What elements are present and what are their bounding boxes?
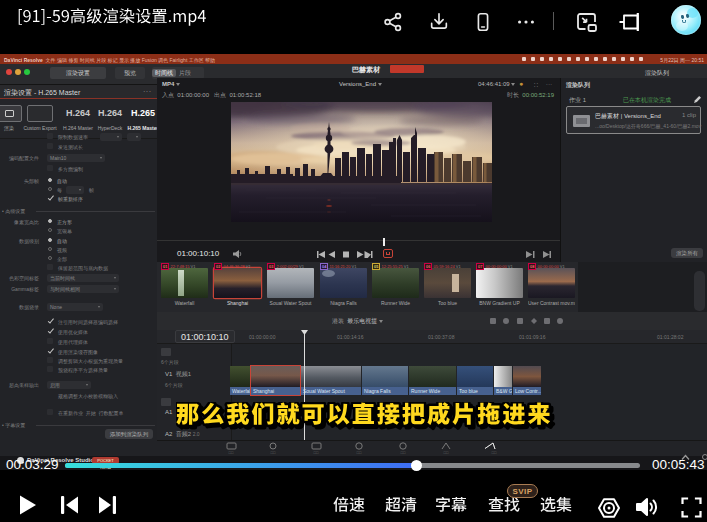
svg-text:□□: □□ — [271, 450, 276, 455]
svg-text:□□: □□ — [401, 450, 406, 455]
svg-text:□□: □□ — [492, 450, 497, 455]
svg-text:□□: □□ — [314, 450, 319, 455]
svg-text:□□: □□ — [444, 450, 449, 455]
svg-text:□□: □□ — [357, 450, 362, 455]
svg-text:□□: □□ — [229, 450, 234, 455]
